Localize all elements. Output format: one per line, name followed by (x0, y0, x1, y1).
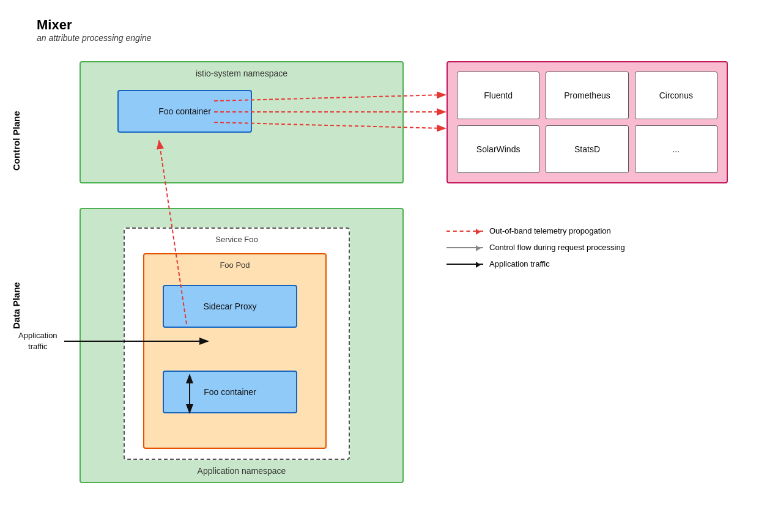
service-foo-box: Service Foo Foo Pod Sidecar Proxy Foo co… (124, 227, 350, 460)
legend-line-solid-gray (446, 247, 483, 248)
legend-label-dashed-red: Out-of-band telemetry propogation (489, 226, 611, 235)
legend-label-solid-black: Application traffic (489, 259, 550, 268)
backends-box: Fluentd Prometheus Circonus SolarWinds S… (446, 61, 728, 183)
diagram-container: Mixer an attribute processing engine Con… (0, 0, 767, 532)
istio-namespace-label: istio-system namespace (81, 68, 402, 78)
foo-pod-label: Foo Pod (144, 260, 325, 270)
app-namespace-label: Application namespace (81, 466, 402, 476)
title-area: Mixer an attribute processing engine (37, 17, 152, 43)
legend-line-solid-black (446, 264, 483, 265)
legend-line-dashed-red (446, 231, 483, 232)
backend-etc: ... (635, 125, 717, 173)
backend-prometheus: Prometheus (546, 72, 628, 119)
foo-container-data-label: Foo container (204, 387, 256, 397)
control-plane-label: Control Plane (11, 79, 21, 202)
sidecar-proxy-box: Sidecar Proxy (163, 285, 297, 328)
sidecar-proxy-label: Sidecar Proxy (203, 301, 256, 311)
foo-container-ctrl-label: Foo container (158, 106, 211, 116)
data-plane-box: Application namespace Service Foo Foo Po… (80, 208, 404, 483)
legend: Out-of-band telemetry propogation Contro… (446, 226, 625, 276)
legend-item-solid-black: Application traffic (446, 259, 625, 268)
legend-item-solid-gray: Control flow during request processing (446, 243, 625, 252)
backend-solarwinds: SolarWinds (457, 125, 539, 173)
legend-label-solid-gray: Control flow during request processing (489, 243, 625, 252)
service-foo-label: Service Foo (125, 235, 349, 244)
backend-statsd: StatsD (546, 125, 628, 173)
control-plane-box: istio-system namespace Foo container (80, 61, 404, 183)
foo-container-data: Foo container (163, 371, 297, 413)
main-title: Mixer (37, 17, 152, 33)
legend-item-dashed-red: Out-of-band telemetry propogation (446, 226, 625, 235)
foo-pod-box: Foo Pod Sidecar Proxy Foo container (143, 253, 327, 449)
foo-container-control: Foo container (117, 90, 252, 133)
backend-fluentd: Fluentd (457, 72, 539, 119)
sub-title: an attribute processing engine (37, 33, 152, 43)
app-traffic-label: Applicationtraffic (18, 330, 57, 352)
backend-circonus: Circonus (635, 72, 717, 119)
